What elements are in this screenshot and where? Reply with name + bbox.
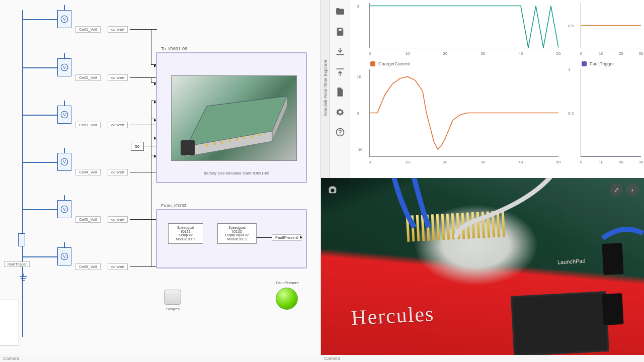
subsystem-from-title: From_IO133 — [161, 203, 187, 208]
svg-text:V: V — [63, 254, 66, 259]
scope-panel: Simulink Real-Time Explorer 010203040503… — [321, 0, 644, 178]
side-tab-label: Simulink Real-Time Explorer — [323, 55, 328, 121]
convert-block-2[interactable]: convert — [108, 74, 128, 81]
voltmeter-6[interactable]: V — [57, 247, 71, 265]
file-icon[interactable] — [334, 85, 347, 99]
download-icon[interactable] — [334, 45, 347, 58]
scopes-button[interactable] — [164, 290, 181, 305]
svg-point-23 — [258, 133, 261, 136]
cell-label-1: Cell1_Volt — [75, 26, 101, 33]
svg-rect-15 — [181, 140, 195, 155]
legend-faulttrigger: FaultTrigger — [590, 61, 614, 66]
pcb-board-name: Hercules — [351, 302, 435, 330]
slider-block[interactable] — [0, 300, 19, 346]
svg-point-22 — [251, 135, 254, 138]
convert-block-4[interactable]: convert — [108, 169, 128, 175]
fault-switch[interactable] — [18, 233, 25, 246]
fault-present-out: FaultPresent — [272, 234, 301, 241]
chart-FaultTrigger[interactable]: 01020300.51 — [561, 66, 644, 169]
camera-next-icon[interactable]: › — [626, 183, 639, 196]
chart-series[interactable]: 010203040503 — [350, 0, 561, 60]
convert-block-1[interactable]: convert — [108, 26, 128, 33]
svg-text:V: V — [63, 113, 66, 117]
svg-point-18 — [220, 141, 223, 144]
emulator-caption: Battery Cell Emulator Card IO691-06 — [181, 171, 292, 175]
svg-point-16 — [205, 144, 208, 147]
speedgoat-setup-block[interactable]: Speedgoat IO133 Setup v2 Module ID: 1 — [168, 223, 203, 244]
speedgoat-digitalin-block[interactable]: Speedgoat IO133 Digital Input v2 Module … — [217, 223, 257, 244]
convert-block-6[interactable]: convert — [108, 263, 128, 270]
convert-block-3[interactable]: convert — [108, 122, 128, 128]
voltmeter-2[interactable]: V — [57, 58, 71, 76]
constant-block[interactable]: 50 — [131, 142, 144, 151]
simulink-canvas[interactable]: VCell1_VoltconvertVCell2_VoltconvertVCel… — [0, 0, 321, 362]
help-icon[interactable] — [334, 126, 347, 139]
camera-zoom-icon[interactable]: ⤢ — [610, 183, 623, 196]
svg-text:V: V — [63, 207, 66, 212]
svg-text:V: V — [63, 65, 66, 70]
svg-text:V: V — [63, 160, 66, 164]
chart-series[interactable]: 01020300.5 — [561, 0, 644, 60]
emulator-card-image — [171, 75, 297, 161]
subsystem-to-title: To_IO691-06 — [161, 46, 187, 51]
scope-toolbar — [330, 0, 350, 178]
upload-icon[interactable] — [334, 65, 347, 78]
folder-icon[interactable] — [334, 5, 347, 18]
constant-value: 50 — [135, 144, 140, 149]
voltmeter-4[interactable]: V — [57, 153, 71, 171]
svg-text:V: V — [63, 17, 66, 22]
voltmeter-3[interactable]: V — [57, 106, 71, 124]
gear-icon[interactable] — [334, 106, 347, 119]
scopes-label: Scopes — [166, 307, 180, 311]
camera-source-icon — [327, 184, 338, 195]
camera-label: Camera — [321, 355, 644, 362]
svg-point-21 — [243, 136, 246, 139]
legend-chargercurrent: ChargerCurrent — [378, 61, 410, 66]
cell-label-4: Cell4_Volt — [75, 169, 101, 175]
cell-label-2: Cell2_Volt — [75, 74, 101, 81]
voltmeter-1[interactable]: V — [57, 10, 71, 28]
cell-label-5: Cell5_Volt — [75, 216, 101, 223]
chart-ChargerCurrent[interactable]: 01020304050-10010 — [350, 66, 561, 169]
svg-point-19 — [228, 139, 231, 142]
svg-point-17 — [213, 142, 216, 145]
convert-block-5[interactable]: convert — [108, 216, 128, 223]
cell-label-6: Cell6_Volt — [75, 263, 101, 270]
fault-trigger-tag: FaultTrigger — [4, 261, 30, 267]
camera-view: Hercules LaunchPad ⤢ › — [321, 178, 644, 355]
fault-led — [276, 288, 298, 310]
camera-controls: ⤢ › — [610, 183, 639, 196]
fault-led-label: FaultPresent — [276, 281, 298, 285]
cell-label-3: Cell3_Volt — [75, 122, 101, 128]
ground-icon — [19, 274, 27, 283]
side-tab-bar[interactable]: Simulink Real-Time Explorer — [321, 0, 330, 178]
save-icon[interactable] — [334, 25, 347, 38]
svg-point-20 — [235, 138, 238, 141]
voltmeter-5[interactable]: V — [57, 200, 71, 218]
